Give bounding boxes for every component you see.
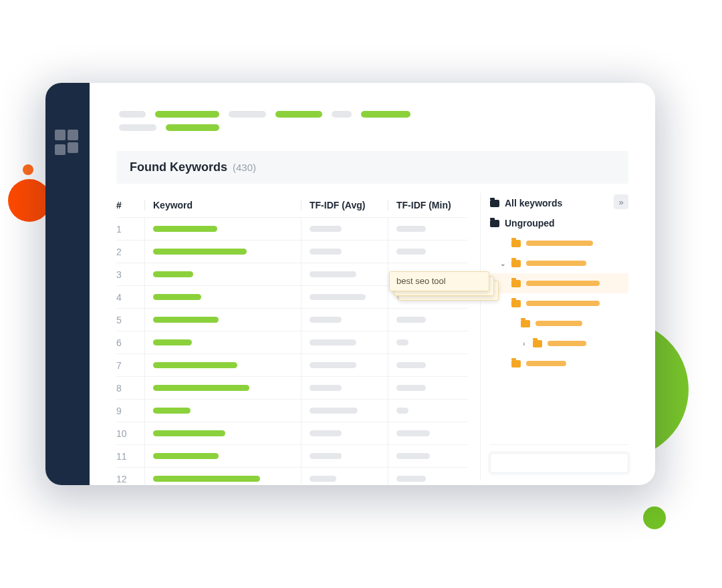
sidebar (45, 83, 90, 485)
group-label: All keywords (505, 198, 562, 208)
tfidf-min-bar (396, 476, 426, 482)
app-window: Found Keywords (430) # Keyword TF-IDF (A… (45, 83, 655, 485)
tfidf-avg-bar (310, 408, 358, 414)
add-group-input[interactable] (490, 453, 628, 473)
table-header: # Keyword TF-IDF (Avg) TF-IDF (Min) (116, 193, 468, 217)
breadcrumb-pill[interactable] (119, 111, 146, 118)
col-num-header[interactable]: # (116, 200, 144, 210)
table-row[interactable]: 8 (116, 376, 468, 399)
row-number: 1 (116, 224, 144, 235)
group-all-keywords[interactable]: All keywords (490, 193, 628, 213)
app-logo-icon (55, 130, 78, 153)
row-number: 8 (116, 383, 144, 394)
group-item[interactable] (490, 273, 628, 293)
row-number: 9 (116, 406, 144, 416)
table-row[interactable]: 11 (116, 444, 468, 467)
group-item[interactable] (490, 313, 628, 333)
table-row[interactable]: 10 (116, 422, 468, 444)
tfidf-min-bar (396, 339, 408, 345)
row-number: 2 (116, 247, 144, 257)
breadcrumb-pill[interactable] (229, 111, 266, 118)
tfidf-avg-bar (310, 317, 342, 323)
tfidf-avg-bar (310, 271, 356, 277)
folder-icon (533, 340, 542, 347)
keywords-table: # Keyword TF-IDF (Avg) TF-IDF (Min) 1234… (116, 193, 468, 480)
tfidf-avg-bar (310, 362, 356, 368)
keyword-bar (153, 294, 201, 300)
breadcrumb-pill[interactable] (119, 124, 156, 131)
breadcrumb-pill[interactable] (332, 111, 352, 118)
row-number: 12 (116, 474, 144, 484)
group-item[interactable] (490, 233, 628, 253)
tfidf-min-bar (396, 408, 408, 414)
table-row[interactable]: 5 (116, 308, 468, 331)
tfidf-avg-bar (310, 226, 342, 232)
tfidf-min-bar (396, 226, 426, 232)
groups-footer (490, 444, 628, 480)
table-row[interactable]: 12 (116, 467, 468, 485)
col-avg-header[interactable]: TF-IDF (Avg) (301, 200, 388, 210)
folder-icon (490, 200, 499, 207)
chevron-icon[interactable]: › (521, 340, 527, 347)
tfidf-avg-bar (310, 476, 336, 482)
tooltip-card-top[interactable]: best seo tool (389, 271, 489, 291)
row-number: 4 (116, 292, 144, 303)
folder-icon (511, 240, 521, 247)
keyword-bar (153, 385, 249, 391)
keyword-bar (153, 249, 247, 255)
tfidf-avg-bar (310, 249, 342, 255)
table-row[interactable]: 2 (116, 240, 468, 263)
keyword-bar (153, 362, 237, 368)
col-min-header[interactable]: TF-IDF (Min) (388, 200, 468, 210)
tfidf-avg-bar (310, 430, 342, 436)
group-item[interactable] (490, 353, 628, 374)
tfidf-min-bar (396, 385, 426, 391)
breadcrumb-pill[interactable] (155, 111, 219, 118)
group-name-placeholder (526, 281, 600, 286)
breadcrumb-pill[interactable] (275, 111, 322, 118)
table-row[interactable]: 7 (116, 353, 468, 376)
tfidf-min-bar (396, 453, 430, 459)
tfidf-avg-bar (310, 339, 356, 345)
group-name-placeholder (526, 261, 586, 266)
tfidf-min-bar (396, 249, 426, 255)
row-number: 3 (116, 269, 144, 280)
folder-icon (511, 260, 521, 267)
table-row[interactable]: 9 (116, 399, 468, 422)
tfidf-avg-bar (310, 385, 342, 391)
tfidf-avg-bar (310, 294, 366, 300)
row-number: 7 (116, 360, 144, 371)
section-count: (430) (233, 162, 256, 173)
col-keyword-header[interactable]: Keyword (144, 200, 301, 210)
breadcrumb-pill[interactable] (361, 111, 410, 118)
decor-circle-green-small (643, 506, 666, 529)
tfidf-min-bar (396, 430, 430, 436)
group-item[interactable]: › (490, 333, 628, 353)
section-title: Found Keywords (130, 160, 227, 174)
keyword-bar (153, 317, 219, 323)
keyword-bar (153, 271, 193, 277)
collapse-panel-button[interactable]: » (614, 194, 628, 209)
folder-icon (490, 220, 499, 227)
keyword-bar (153, 226, 217, 232)
row-number: 6 (116, 337, 144, 348)
folder-icon (511, 280, 521, 287)
group-name-placeholder (535, 321, 582, 326)
folder-icon (511, 360, 521, 368)
group-name-placeholder (526, 241, 593, 246)
row-number: 10 (116, 428, 144, 439)
chevron-icon[interactable]: ⌄ (499, 260, 506, 267)
table-row[interactable]: 1 (116, 217, 468, 240)
tooltip-text: best seo tool (396, 276, 446, 286)
group-item[interactable]: ⌄ (490, 253, 628, 273)
decor-circle-orange-small (23, 164, 33, 175)
group-label: Ungrouped (505, 218, 555, 229)
keyword-bar (153, 476, 260, 482)
group-name-placeholder (526, 361, 566, 366)
group-item[interactable] (490, 293, 628, 313)
keyword-bar (153, 453, 219, 459)
breadcrumb-pill[interactable] (166, 124, 219, 131)
table-row[interactable]: 6 (116, 331, 468, 353)
group-ungrouped[interactable]: Ungrouped (490, 213, 628, 233)
group-name-placeholder (548, 341, 586, 346)
